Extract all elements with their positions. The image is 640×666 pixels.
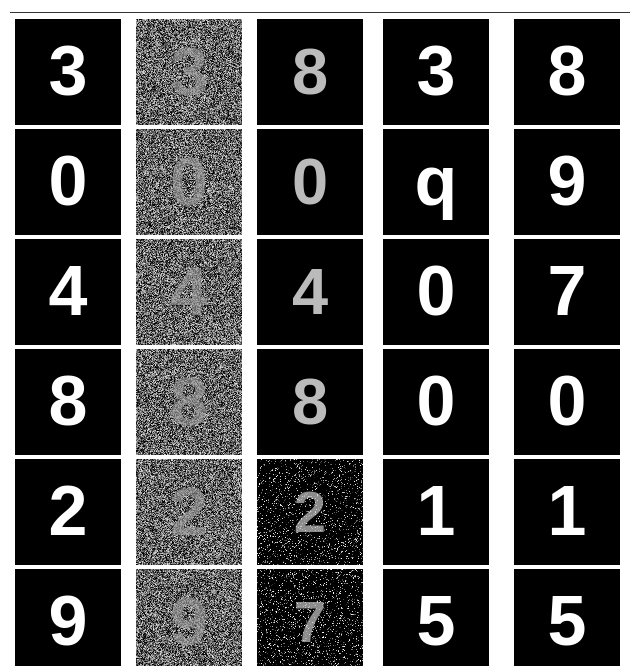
cell-3-clarity [503,349,630,455]
cell-1-revise [373,129,500,235]
cell-5-revise [373,569,500,666]
cell-4-schut [252,459,369,565]
cell-2-revise [373,239,500,345]
cell-3-schut [252,349,369,455]
cell-4-fgsm [131,459,248,565]
digit-canvas-1-revise [383,129,489,235]
digit-canvas-5-original [15,569,121,666]
digit-canvas-2-clarity [514,239,620,345]
cell-3-original [10,349,127,455]
cell-1-fgsm [131,129,248,235]
cell-4-original [10,459,127,565]
digit-canvas-3-original [15,349,121,455]
image-grid [10,19,630,666]
cell-4-clarity [503,459,630,565]
digit-canvas-2-schut [257,239,363,345]
cell-2-fgsm [131,239,248,345]
digit-canvas-0-original [15,19,121,125]
cell-0-schut [252,19,369,125]
digit-canvas-0-schut [257,19,363,125]
cell-5-schut [252,569,369,666]
cell-2-schut [252,239,369,345]
cell-2-original [10,239,127,345]
cell-0-clarity [503,19,630,125]
digit-canvas-0-clarity [514,19,620,125]
digit-canvas-2-fgsm [136,239,242,345]
digit-canvas-5-revise [383,569,489,666]
cell-5-fgsm [131,569,248,666]
digit-canvas-1-clarity [514,129,620,235]
cell-4-revise [373,459,500,565]
digit-canvas-0-revise [383,19,489,125]
grid-row-1 [10,129,630,235]
cell-5-clarity [503,569,630,666]
grid-row-5 [10,569,630,666]
cell-1-original [10,129,127,235]
digit-canvas-5-schut [257,569,363,666]
cell-1-schut [252,129,369,235]
digit-canvas-3-revise [383,349,489,455]
digit-canvas-2-original [15,239,121,345]
grid-row-3 [10,349,630,455]
grid-row-2 [10,239,630,345]
digit-canvas-0-fgsm [136,19,242,125]
cell-1-clarity [503,129,630,235]
digit-canvas-5-fgsm [136,569,242,666]
grid-row-4 [10,459,630,565]
cell-0-original [10,19,127,125]
cell-3-revise [373,349,500,455]
digit-canvas-3-clarity [514,349,620,455]
digit-canvas-1-original [15,129,121,235]
header-row [10,8,630,13]
main-container [0,0,640,666]
cell-0-revise [373,19,500,125]
cell-2-clarity [503,239,630,345]
cell-5-original [10,569,127,666]
cell-0-fgsm [131,19,248,125]
digit-canvas-4-revise [383,459,489,565]
digit-canvas-4-clarity [514,459,620,565]
digit-canvas-3-fgsm [136,349,242,455]
digit-canvas-3-schut [257,349,363,455]
grid-row-0 [10,19,630,125]
digit-canvas-1-fgsm [136,129,242,235]
cell-3-fgsm [131,349,248,455]
digit-canvas-4-original [15,459,121,565]
digit-canvas-1-schut [257,129,363,235]
digit-canvas-4-schut [257,459,363,565]
digit-canvas-4-fgsm [136,459,242,565]
digit-canvas-2-revise [383,239,489,345]
digit-canvas-5-clarity [514,569,620,666]
